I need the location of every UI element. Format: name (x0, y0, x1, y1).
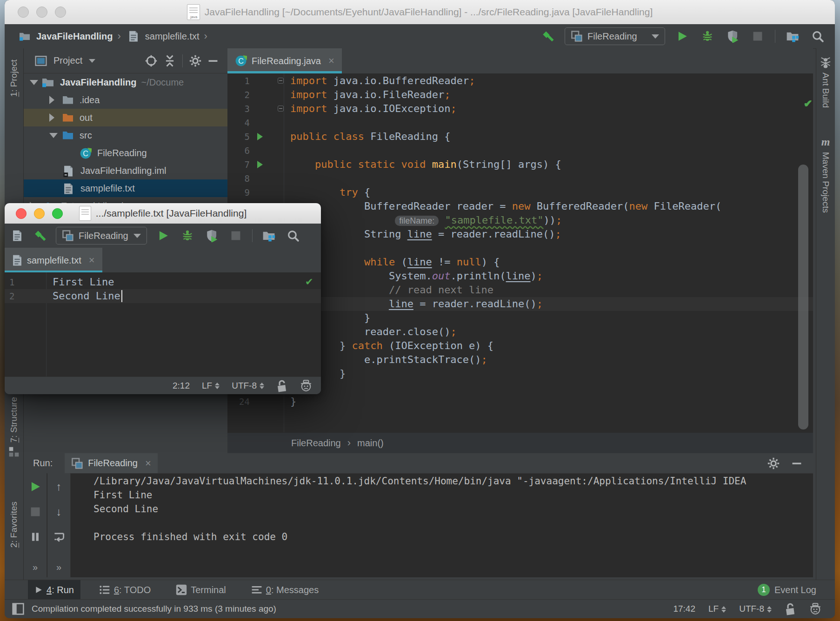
chevron-down-icon[interactable] (30, 80, 38, 85)
file-txt-icon (63, 183, 74, 194)
console-line: Second Line (93, 502, 158, 516)
more-actions-icon[interactable]: » (33, 562, 38, 573)
editor-scrollbar[interactable] (798, 165, 808, 429)
run-configuration-select[interactable]: FileReading (56, 227, 147, 244)
debug-button[interactable] (700, 28, 715, 44)
toolbar-divider (775, 30, 775, 43)
sidebar-item-maven-projects[interactable]: m Maven Projects (816, 136, 835, 213)
minimize-window-button[interactable] (34, 208, 45, 219)
status-message[interactable]: Compilation completed successfully in 93… (32, 604, 276, 614)
fold-region-icon[interactable] (278, 78, 284, 84)
encoding-widget[interactable]: UTF-8 (739, 604, 772, 614)
sidebar-item-ant-build[interactable]: Ant Build (816, 57, 835, 108)
chevron-right-icon[interactable] (49, 96, 54, 104)
collapse-all-icon[interactable] (164, 55, 176, 67)
zoom-window-button[interactable] (55, 7, 66, 18)
lock-icon[interactable] (785, 602, 796, 615)
breadcrumb-class[interactable]: FileReading (291, 438, 341, 449)
ant-icon (819, 57, 832, 69)
tab-filereading-java[interactable]: C FileReading.java × (227, 48, 342, 73)
run-tab-filereading[interactable]: FileReading × (65, 453, 158, 473)
toolwindow-button-label: 0: Messages (266, 585, 319, 595)
close-tab-icon[interactable]: × (328, 55, 334, 67)
run-button[interactable] (155, 228, 171, 244)
run-line-icon[interactable] (257, 133, 263, 140)
scroll-up-icon[interactable]: ↑ (52, 480, 66, 494)
line-separator-widget[interactable]: LF (202, 381, 220, 391)
lock-icon[interactable] (276, 379, 287, 392)
tab-samplefile-txt[interactable]: samplefile.txt × (5, 248, 102, 273)
close-window-button[interactable] (18, 7, 29, 18)
soft-wrap-icon[interactable] (52, 530, 66, 544)
sidebar-item-favorites[interactable]: 2: Favorites (5, 502, 23, 551)
settings-gear-icon[interactable] (189, 55, 201, 67)
float-titlebar[interactable]: .../samplefile.txt [JavaFileHandling] (5, 203, 321, 224)
tree-item-out[interactable]: out (24, 109, 227, 126)
inspections-ok-icon[interactable]: ✔✔ (804, 96, 806, 110)
chevron-down-icon[interactable] (89, 59, 95, 63)
minimize-window-button[interactable] (36, 7, 47, 18)
caret-position[interactable]: 2:12 (173, 381, 190, 391)
line-separator-widget[interactable]: LF (708, 604, 726, 614)
rerun-button[interactable] (28, 480, 42, 494)
tree-item-javafilehandling[interactable]: JavaFileHandling~/Docume (24, 73, 227, 91)
breadcrumb-method[interactable]: main() (357, 438, 384, 449)
more-actions-icon[interactable]: » (56, 562, 61, 573)
search-everywhere-button[interactable] (285, 228, 301, 244)
encoding-widget[interactable]: UTF-8 (232, 381, 264, 391)
folder-src-icon (62, 130, 73, 141)
toolwindow-toggle-icon[interactable] (12, 603, 24, 615)
desktop: .java JavaFileHandling [~/Documents/Eyeh… (0, 0, 840, 621)
tree-item-javafilehandling-iml[interactable]: JavaFileHandling.iml (24, 162, 227, 179)
tree-item--idea[interactable]: .idea (24, 91, 227, 109)
build-hammer-icon[interactable] (540, 28, 555, 44)
code-text: System.out.println(line); (290, 269, 543, 283)
code-line-1: 1import java.io.BufferedReader; (227, 74, 813, 88)
fold-region-icon[interactable] (278, 106, 284, 112)
scroll-down-icon[interactable]: ↓ (52, 505, 66, 519)
tree-item-src[interactable]: src (24, 126, 227, 144)
toolwindow-button--messages[interactable]: 0: Messages (245, 580, 325, 600)
chevron-right-icon: › (347, 437, 352, 449)
project-structure-button[interactable] (261, 228, 277, 244)
zoom-window-button[interactable] (52, 208, 63, 219)
hector-inspector-icon[interactable] (300, 379, 313, 392)
settings-gear-icon[interactable] (767, 457, 780, 469)
chevron-right-icon[interactable] (49, 113, 54, 122)
hide-panel-icon[interactable] (208, 56, 218, 66)
run-configuration-select[interactable]: FileReading (565, 27, 665, 45)
build-hammer-icon[interactable] (32, 228, 47, 244)
pause-output-button[interactable] (28, 530, 42, 544)
search-everywhere-button[interactable] (810, 28, 826, 44)
nav-file-crumb[interactable]: samplefile.txt (145, 31, 200, 42)
hector-inspector-icon[interactable] (809, 602, 822, 615)
toolwindow-button-terminal[interactable]: Terminal (169, 580, 233, 600)
toolwindow-button--run[interactable]: 4: Run (28, 580, 80, 600)
tree-item-filereading[interactable]: CFileReading (24, 144, 227, 162)
coverage-button[interactable] (725, 28, 740, 44)
run-button[interactable] (674, 28, 690, 44)
close-window-button[interactable] (16, 208, 27, 219)
run-console-output[interactable]: /Library/Java/JavaVirtualMachines/jdk-11… (71, 473, 813, 577)
coverage-button[interactable] (204, 228, 220, 244)
stop-button[interactable] (750, 28, 766, 44)
project-structure-button[interactable] (785, 28, 800, 44)
sidebar-item-structure[interactable]: 7: Structure (5, 397, 23, 457)
event-log-button[interactable]: Event Log (774, 585, 816, 595)
main-titlebar[interactable]: .java JavaFileHandling [~/Documents/Eyeh… (5, 0, 835, 25)
project-view-title[interactable]: Project (53, 55, 82, 66)
sidebar-item-project[interactable]: 1: Project (5, 59, 23, 97)
toolwindow-button--todo[interactable]: 6: TODO (93, 580, 157, 600)
close-tab-icon[interactable]: × (89, 254, 95, 266)
samplefile-editor[interactable]: 1First Line2Second Line ✔ (5, 272, 321, 377)
tree-item-samplefile-txt[interactable]: samplefile.txt (24, 179, 227, 197)
chevron-down-icon[interactable] (49, 133, 58, 138)
stop-button[interactable] (28, 505, 42, 519)
nav-project-crumb[interactable]: JavaFileHandling (36, 31, 113, 42)
hide-panel-icon[interactable] (792, 458, 802, 469)
debug-button[interactable] (180, 228, 195, 244)
stop-button[interactable] (228, 228, 244, 244)
locate-file-icon[interactable] (145, 55, 157, 67)
close-tab-icon[interactable]: × (145, 457, 151, 469)
run-line-icon[interactable] (257, 161, 263, 168)
